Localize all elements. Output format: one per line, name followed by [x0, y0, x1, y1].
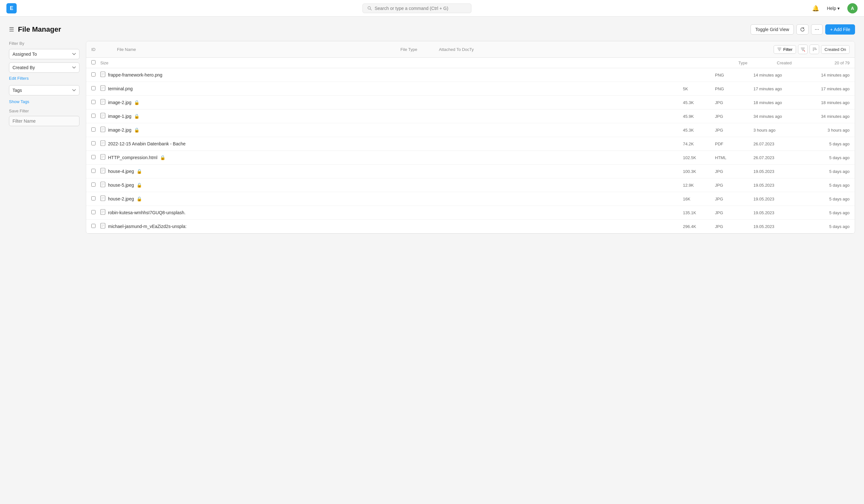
table-row[interactable]: house-2.jpeg 🔒 16K JPG 19.05.2023 5 days… [86, 192, 855, 206]
notification-bell-icon[interactable]: 🔔 [812, 5, 819, 12]
show-tags-link[interactable]: Show Tags [9, 99, 80, 104]
created-by-select[interactable]: Created By [9, 62, 80, 73]
row-checkbox[interactable] [91, 224, 100, 229]
sidebar: Filter By Assigned To Created By Edit Fi… [9, 41, 80, 234]
add-file-button[interactable]: + Add File [825, 24, 855, 35]
lock-icon: 🔒 [134, 127, 140, 133]
row-size: 45.3K [683, 128, 715, 133]
row-select-checkbox[interactable] [91, 141, 96, 145]
file-icon [100, 113, 106, 120]
row-created-on: 5 days ago [811, 183, 850, 188]
avatar[interactable]: A [847, 3, 857, 13]
col-size-header: Size [100, 61, 132, 65]
row-checkbox[interactable] [91, 141, 100, 146]
edit-filters-link[interactable]: Edit Filters [9, 76, 80, 81]
row-select-checkbox[interactable] [91, 224, 96, 228]
row-checkbox[interactable] [91, 196, 100, 201]
table-row[interactable]: image-2.jpg 🔒 45.3K JPG 3 hours ago 3 ho… [86, 123, 855, 137]
row-select-checkbox[interactable] [91, 114, 96, 118]
created-on-col-label: Created On [821, 45, 850, 54]
sort-button[interactable] [809, 45, 819, 54]
file-icon [100, 182, 106, 188]
more-options-button[interactable]: ⋯ [811, 24, 823, 35]
row-select-checkbox[interactable] [91, 169, 96, 173]
row-checkbox[interactable] [91, 100, 100, 105]
assigned-to-select[interactable]: Assigned To [9, 49, 80, 59]
row-size: 74.2K [683, 142, 715, 146]
document-icon [100, 195, 106, 201]
search-icon [367, 6, 372, 11]
filter-name-input[interactable] [9, 116, 80, 126]
row-select-checkbox[interactable] [91, 155, 96, 159]
tags-select[interactable]: Tags [9, 85, 80, 95]
document-icon [100, 154, 106, 160]
row-select-checkbox[interactable] [91, 127, 96, 132]
row-checkbox[interactable] [91, 86, 100, 91]
table-row[interactable]: frappe-framework-hero.png PNG 14 minutes… [86, 68, 855, 82]
table-row[interactable]: robin-kutesa-wmhhsI7GUQ8-unsplash. 135.1… [86, 206, 855, 220]
table-row[interactable]: image-1.jpg 🔒 45.9K JPG 34 minutes ago 3… [86, 110, 855, 123]
filter-remove-button[interactable] [798, 45, 807, 54]
row-filename: house-2.jpeg 🔒 [100, 195, 683, 202]
row-select-checkbox[interactable] [91, 183, 96, 187]
row-select-checkbox[interactable] [91, 210, 96, 214]
row-size: 45.9K [683, 114, 715, 119]
row-checkbox[interactable] [91, 155, 100, 160]
filename-text: terminal.png [108, 86, 133, 91]
filename-text: michael-jasmund-m_vEaZizd2s-unspla: [108, 224, 187, 229]
row-select-checkbox[interactable] [91, 72, 96, 76]
row-checkbox[interactable] [91, 183, 100, 188]
filter-button[interactable]: Filter [773, 45, 796, 54]
row-created-on: 3 hours ago [811, 128, 850, 133]
row-select-checkbox[interactable] [91, 196, 96, 200]
select-all-checkbox[interactable] [91, 60, 96, 64]
row-created-on: 17 minutes ago [811, 86, 850, 91]
row-type: JPG [715, 128, 754, 133]
row-created: 26.07.2023 [754, 155, 811, 160]
help-button[interactable]: Help ▾ [824, 4, 842, 12]
row-checkbox[interactable] [91, 127, 100, 133]
table-row[interactable]: house-4.jpeg 🔒 100.3K JPG 19.05.2023 5 d… [86, 164, 855, 179]
file-table: ID File Name File Type Attached To DocTy… [86, 41, 855, 234]
lock-icon: 🔒 [136, 196, 142, 201]
row-checkbox[interactable] [91, 210, 100, 215]
file-icon [100, 71, 106, 78]
topnav-right: 🔔 Help ▾ A [812, 3, 857, 13]
document-icon [100, 209, 106, 215]
row-checkbox[interactable] [91, 114, 100, 119]
row-created: 17 minutes ago [754, 86, 811, 91]
file-icon [100, 85, 106, 92]
table-row[interactable]: terminal.png 5K PNG 17 minutes ago 17 mi… [86, 82, 855, 96]
pagination-label: 20 of 79 [835, 61, 850, 65]
row-created: 34 minutes ago [754, 114, 811, 119]
row-created: 19.05.2023 [754, 210, 811, 215]
table-actions: Filter [773, 45, 850, 54]
row-type: JPG [715, 183, 754, 188]
sidebar-toggle-icon[interactable]: ☰ [9, 26, 14, 33]
toggle-grid-view-button[interactable]: Toggle Grid View [751, 24, 794, 35]
row-checkbox[interactable] [91, 72, 100, 77]
row-select-checkbox[interactable] [91, 100, 96, 104]
table-row[interactable]: 2022-12-15 Anabin Datenbank - Bache 74.2… [86, 137, 855, 151]
search-box[interactable] [362, 3, 471, 13]
search-area [22, 3, 812, 13]
row-filename: terminal.png [100, 85, 683, 92]
refresh-button[interactable] [796, 24, 808, 35]
select-all-checkbox-area[interactable] [91, 60, 100, 65]
row-type: JPG [715, 100, 754, 105]
row-filename: frappe-framework-hero.png [100, 71, 683, 78]
page-title: File Manager [18, 25, 61, 34]
table-row[interactable]: michael-jasmund-m_vEaZizd2s-unspla: 296.… [86, 220, 855, 233]
table-row[interactable]: house-5.jpeg 🔒 12.9K JPG 19.05.2023 5 da… [86, 179, 855, 192]
table-row[interactable]: image-2.jpg 🔒 45.3K JPG 18 minutes ago 1… [86, 96, 855, 110]
file-icon [100, 154, 106, 161]
row-created: 3 hours ago [754, 128, 811, 133]
page-container: ☰ File Manager Toggle Grid View ⋯ + Add … [0, 17, 864, 242]
app-logo[interactable]: E [7, 3, 17, 13]
row-type: JPG [715, 224, 754, 229]
row-size: 5K [683, 86, 715, 91]
row-select-checkbox[interactable] [91, 86, 96, 90]
search-input[interactable] [375, 6, 467, 11]
row-checkbox[interactable] [91, 169, 100, 174]
table-row[interactable]: HTTP_compression.html 🔒 102.5K HTML 26.0… [86, 151, 855, 164]
